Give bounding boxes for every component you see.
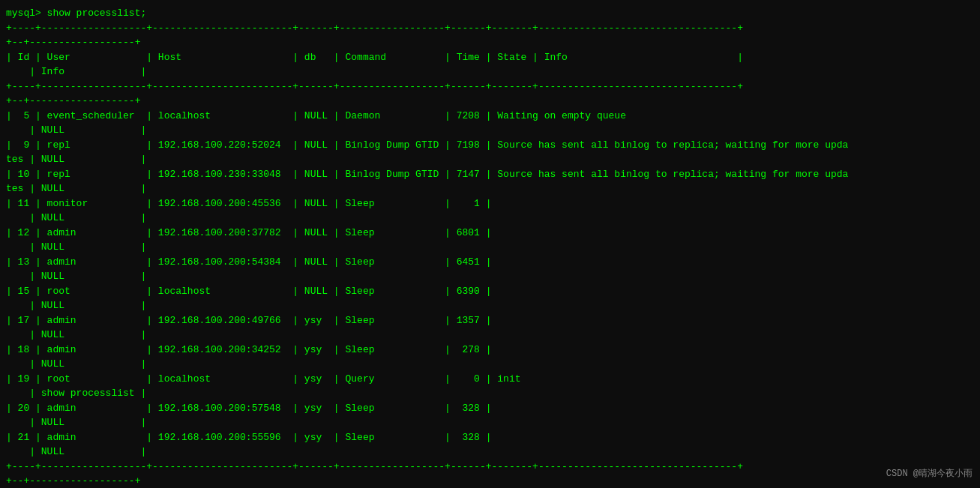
- terminal-body: mysql> show processlist; +----+---------…: [6, 6, 974, 488]
- watermark: CSDN @晴湖今夜小雨: [886, 467, 973, 481]
